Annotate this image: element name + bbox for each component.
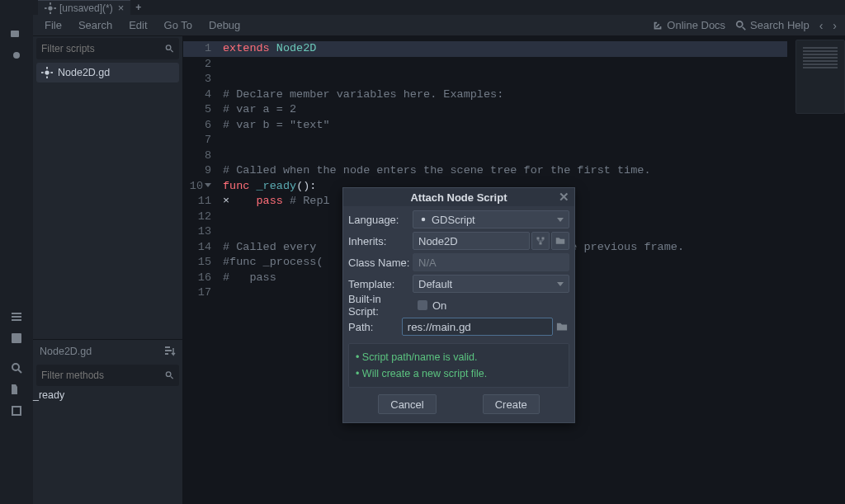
language-dropdown[interactable]: GDScript bbox=[413, 210, 569, 228]
builtin-label: Built-in Script: bbox=[348, 293, 413, 318]
svg-rect-2 bbox=[12, 313, 21, 314]
search-icon bbox=[735, 20, 747, 31]
builtin-value: On bbox=[432, 299, 446, 312]
svg-point-18 bbox=[45, 70, 49, 74]
script-side-panel: Node2D.gd Node2D.gd _ready bbox=[33, 36, 183, 504]
rail-icon-list[interactable] bbox=[0, 306, 33, 327]
rail-icon-bookmark[interactable] bbox=[0, 327, 33, 349]
svg-line-17 bbox=[171, 49, 173, 52]
menu-search[interactable]: Search bbox=[70, 19, 120, 31]
inherits-label: Inherits: bbox=[348, 235, 413, 247]
gear-icon bbox=[41, 67, 53, 78]
class-name-field: N/A bbox=[413, 253, 569, 271]
svg-rect-27 bbox=[542, 238, 545, 240]
close-icon[interactable]: ✕ bbox=[559, 190, 569, 205]
svg-point-1 bbox=[13, 52, 20, 59]
add-tab-button[interactable]: + bbox=[135, 2, 141, 13]
chevron-down-icon bbox=[557, 218, 564, 222]
builtin-checkbox[interactable] bbox=[418, 300, 427, 310]
search-help-link[interactable]: Search Help bbox=[730, 19, 814, 31]
svg-rect-0 bbox=[11, 31, 19, 37]
browse-path-button[interactable] bbox=[555, 318, 569, 336]
dialog-titlebar[interactable]: Attach Node Script ✕ bbox=[343, 188, 574, 206]
search-icon bbox=[165, 370, 174, 381]
path-input[interactable] bbox=[402, 318, 553, 336]
inherits-field[interactable]: Node2D bbox=[413, 232, 530, 250]
document-tab[interactable]: [unsaved](*) × bbox=[38, 0, 130, 15]
svg-point-25 bbox=[422, 218, 426, 222]
svg-line-24 bbox=[171, 376, 173, 379]
filter-methods-field[interactable] bbox=[36, 365, 179, 386]
svg-point-16 bbox=[166, 45, 171, 50]
script-tree-item[interactable]: Node2D.gd bbox=[36, 63, 179, 82]
methods-header: Node2D.gd bbox=[40, 346, 92, 357]
history-back-button[interactable]: ‹ bbox=[814, 19, 828, 32]
folder-icon bbox=[556, 321, 568, 332]
search-icon bbox=[165, 43, 174, 54]
left-activity-rail bbox=[0, 0, 33, 504]
link-icon bbox=[652, 20, 663, 31]
template-dropdown[interactable]: Default bbox=[413, 275, 569, 293]
rail-icon-view[interactable] bbox=[0, 45, 33, 66]
svg-point-6 bbox=[12, 364, 19, 370]
dialog-title: Attach Node Script bbox=[410, 191, 507, 204]
document-tabstrip: [unsaved](*) × + bbox=[33, 0, 845, 15]
minimap[interactable] bbox=[795, 40, 845, 114]
filter-methods-input[interactable] bbox=[41, 370, 165, 381]
svg-line-15 bbox=[743, 26, 746, 30]
svg-rect-26 bbox=[537, 238, 540, 240]
methods-panel: Node2D.gd _ready bbox=[33, 339, 182, 504]
svg-rect-4 bbox=[12, 319, 21, 321]
validation-message: Script path/name is valid. bbox=[356, 349, 562, 365]
svg-rect-28 bbox=[540, 243, 542, 245]
rail-icon-box[interactable] bbox=[0, 400, 33, 422]
menu-file[interactable]: File bbox=[36, 19, 70, 31]
script-name: Node2D.gd bbox=[58, 67, 110, 78]
rail-icon-search[interactable] bbox=[0, 357, 33, 379]
chevron-down-icon bbox=[557, 282, 564, 286]
svg-point-23 bbox=[166, 372, 171, 377]
attach-script-dialog: Attach Node Script ✕ Language: GDScript … bbox=[342, 187, 575, 423]
rail-icon-scene[interactable] bbox=[0, 23, 33, 45]
class-name-label: Class Name: bbox=[348, 257, 413, 269]
language-label: Language: bbox=[348, 214, 413, 226]
menu-edit[interactable]: Edit bbox=[120, 19, 155, 31]
online-docs-link[interactable]: Online Docs bbox=[647, 19, 730, 31]
svg-line-7 bbox=[18, 370, 21, 373]
svg-point-14 bbox=[737, 21, 743, 26]
tree-icon bbox=[536, 236, 545, 246]
svg-rect-3 bbox=[12, 316, 21, 318]
create-button[interactable]: Create bbox=[483, 394, 540, 414]
browse-class-button[interactable] bbox=[551, 232, 569, 250]
svg-point-9 bbox=[48, 6, 52, 10]
validation-message: Will create a new script file. bbox=[356, 365, 562, 382]
folder-icon bbox=[555, 236, 565, 246]
svg-rect-8 bbox=[12, 407, 21, 415]
cancel-button[interactable]: Cancel bbox=[378, 394, 436, 414]
gear-icon bbox=[418, 214, 428, 224]
filter-scripts-field[interactable] bbox=[36, 38, 179, 59]
script-tree: Node2D.gd bbox=[33, 63, 182, 339]
tab-label: [unsaved](*) bbox=[59, 2, 113, 14]
history-forward-button[interactable]: › bbox=[828, 19, 842, 32]
template-label: Template: bbox=[348, 278, 413, 290]
sort-icon[interactable] bbox=[163, 345, 176, 358]
rail-icon-tool[interactable] bbox=[0, 379, 33, 400]
menu-debug[interactable]: Debug bbox=[201, 19, 248, 31]
script-menubar: File Search Edit Go To Debug Online Docs… bbox=[33, 15, 845, 36]
close-icon[interactable]: × bbox=[118, 2, 125, 14]
class-tree-button[interactable] bbox=[531, 232, 550, 250]
filter-scripts-input[interactable] bbox=[41, 43, 165, 54]
method-name: _ready bbox=[33, 389, 64, 401]
svg-rect-5 bbox=[12, 333, 21, 343]
path-label: Path: bbox=[348, 321, 402, 333]
menu-goto[interactable]: Go To bbox=[156, 19, 201, 31]
method-item[interactable]: _ready bbox=[33, 389, 182, 401]
gear-icon bbox=[45, 2, 56, 14]
validation-box: Script path/name is valid. Will create a… bbox=[348, 343, 569, 388]
